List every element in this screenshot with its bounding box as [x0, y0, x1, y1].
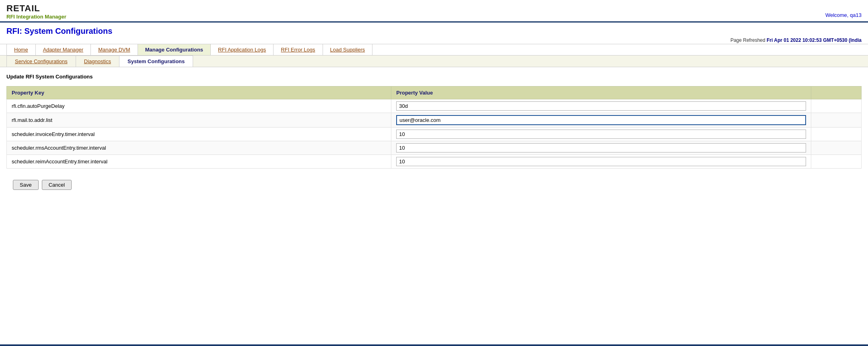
main-content: Update RFI System Configurations Propert…	[0, 67, 868, 200]
nav-item-manage-dvm[interactable]: Manage DVM	[91, 44, 138, 55]
table-row: rfi.cfin.autoPurgeDelay	[7, 99, 862, 113]
row-extra-cell	[811, 99, 862, 113]
main-nav: HomeAdapter ManagerManage DVMManage Conf…	[0, 44, 868, 56]
property-key-cell: scheduler.reimAccountEntry.timer.interva…	[7, 155, 391, 169]
brand-title: RETAIL	[6, 3, 66, 14]
table-body: rfi.cfin.autoPurgeDelayrfi.mail.to.addr.…	[7, 99, 862, 169]
property-value-cell	[391, 99, 811, 113]
sub-nav-item-service-configurations[interactable]: Service Configurations	[6, 56, 76, 67]
property-key-cell: scheduler.invoiceEntry.timer.interval	[7, 128, 391, 141]
page-title-bar: RFI: System Configurations	[0, 23, 868, 37]
nav-item-manage-configurations[interactable]: Manage Configurations	[138, 44, 211, 55]
sub-nav-item-system-configurations[interactable]: System Configurations	[119, 56, 193, 67]
section-title: Update RFI System Configurations	[6, 74, 862, 80]
welcome-message: Welcome, qa13	[825, 12, 862, 20]
table-header: Property KeyProperty Value	[7, 86, 862, 99]
sub-nav: Service ConfigurationsDiagnosticsSystem …	[0, 56, 868, 67]
save-button[interactable]: Save	[13, 180, 39, 190]
property-key-cell: scheduler.rmsAccountEntry.timer.interval	[7, 141, 391, 155]
row-extra-cell	[811, 141, 862, 155]
property-value-cell	[391, 155, 811, 169]
nav-item-home[interactable]: Home	[6, 44, 36, 55]
header: RETAIL RFI Integration Manager Welcome, …	[0, 0, 868, 23]
col-header-extra	[811, 86, 862, 99]
row-extra-cell	[811, 113, 862, 128]
config-table: Property KeyProperty Value rfi.cfin.auto…	[6, 86, 862, 169]
table-row: rfi.mail.to.addr.list	[7, 113, 862, 128]
brand-subtitle: RFI Integration Manager	[6, 14, 66, 20]
col-header-property-key: Property Key	[7, 86, 391, 99]
table-row: scheduler.rmsAccountEntry.timer.interval	[7, 141, 862, 155]
brand: RETAIL RFI Integration Manager	[6, 3, 66, 20]
property-value-cell	[391, 113, 811, 128]
row-extra-cell	[811, 128, 862, 141]
cancel-button[interactable]: Cancel	[42, 180, 72, 190]
table-row: scheduler.reimAccountEntry.timer.interva…	[7, 155, 862, 169]
property-value-input[interactable]	[396, 115, 806, 125]
col-header-property-value: Property Value	[391, 86, 811, 99]
nav-item-load-suppliers[interactable]: Load Suppliers	[323, 44, 373, 55]
property-key-cell: rfi.cfin.autoPurgeDelay	[7, 99, 391, 113]
row-extra-cell	[811, 155, 862, 169]
nav-item-adapter-manager[interactable]: Adapter Manager	[36, 44, 91, 55]
property-value-cell	[391, 128, 811, 141]
property-value-input[interactable]	[396, 143, 806, 152]
page-refresh-time: Fri Apr 01 2022 10:02:53 GMT+0530 (India	[767, 37, 862, 43]
property-key-cell: rfi.mail.to.addr.list	[7, 113, 391, 128]
property-value-input[interactable]	[396, 101, 806, 111]
page-refresh-label: Page Refreshed	[730, 37, 765, 43]
nav-item-rfi-error-logs[interactable]: RFI Error Logs	[274, 44, 323, 55]
table-row: scheduler.invoiceEntry.timer.interval	[7, 128, 862, 141]
nav-item-rfi-application-logs[interactable]: RFI Application Logs	[211, 44, 274, 55]
table-header-row: Property KeyProperty Value	[7, 86, 862, 99]
page-title: RFI: System Configurations	[6, 27, 862, 36]
page-refresh-bar: Page Refreshed Fri Apr 01 2022 10:02:53 …	[0, 37, 868, 44]
sub-nav-item-diagnostics[interactable]: Diagnostics	[76, 56, 119, 67]
property-value-input[interactable]	[396, 130, 806, 139]
property-value-cell	[391, 141, 811, 155]
property-value-input[interactable]	[396, 157, 806, 166]
button-bar: Save Cancel	[6, 177, 862, 193]
